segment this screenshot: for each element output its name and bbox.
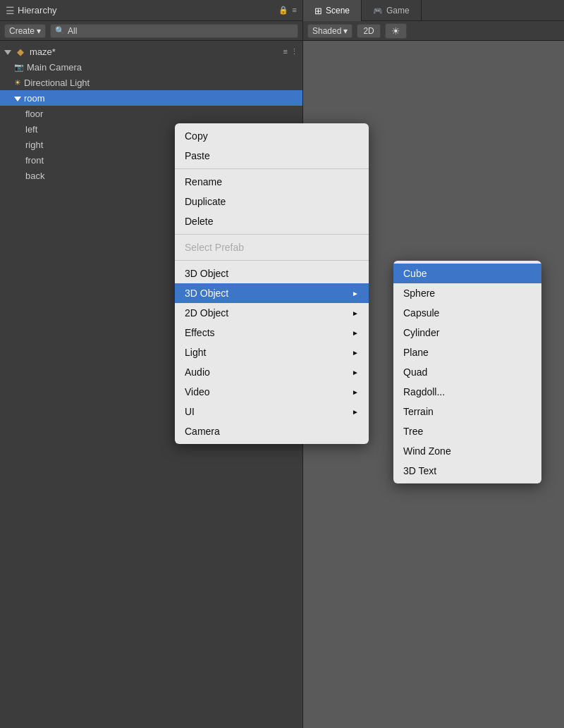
search-icon: 🔍 bbox=[55, 26, 65, 35]
search-container: 🔍 bbox=[50, 24, 298, 38]
triangle-down-icon bbox=[4, 47, 14, 57]
menu-item-plane[interactable]: Plane bbox=[393, 343, 541, 362]
menu-item-create-empty[interactable]: 3D Object bbox=[175, 264, 369, 283]
shaded-dropdown[interactable]: Shaded ▾ bbox=[307, 24, 352, 38]
menu-item-cube[interactable]: Cube bbox=[393, 264, 541, 283]
gizmos-button[interactable]: ☀ bbox=[385, 23, 407, 39]
item-label: back bbox=[25, 171, 44, 181]
menu-item-cylinder[interactable]: Cylinder bbox=[393, 323, 541, 343]
menu-item-sphere[interactable]: Sphere bbox=[393, 283, 541, 303]
shaded-arrow-icon: ▾ bbox=[343, 26, 348, 36]
menu-item-3d-text[interactable]: 3D Text bbox=[393, 461, 541, 481]
separator-1 bbox=[175, 168, 369, 169]
header-icons: 🔒 ≡ bbox=[278, 6, 297, 15]
menu-item-rename[interactable]: Rename bbox=[175, 172, 369, 192]
menu-item-terrain[interactable]: Terrain bbox=[393, 402, 541, 421]
submenu-arrow-light: ► bbox=[352, 349, 359, 357]
context-menu-sub: Cube Sphere Capsule Cylinder Plane Quad … bbox=[393, 261, 541, 483]
root-name: maze* bbox=[30, 47, 56, 57]
scene-tab[interactable]: ⊞ Scene bbox=[303, 0, 362, 21]
item-label: front bbox=[25, 155, 44, 166]
create-arrow-icon: ▾ bbox=[37, 26, 41, 36]
lock-icon: 🔒 bbox=[278, 6, 288, 15]
filter-icon: ≡ bbox=[283, 47, 288, 56]
menu-item-paste[interactable]: Paste bbox=[175, 146, 369, 166]
submenu-arrow-2d-object: ► bbox=[352, 309, 359, 317]
menu-item-light[interactable]: Light ► bbox=[175, 343, 369, 362]
hamburger-icon: ☰ bbox=[6, 5, 15, 16]
sun-icon: ☀ bbox=[391, 25, 400, 37]
hierarchy-toolbar: Create ▾ 🔍 bbox=[0, 21, 302, 41]
camera-icon: 📷 bbox=[14, 63, 24, 72]
submenu-arrow-audio: ► bbox=[352, 369, 359, 376]
game-tab[interactable]: 🎮 Game bbox=[362, 0, 422, 21]
context-menu-main: Copy Paste Rename Duplicate Delete Selec… bbox=[175, 123, 369, 444]
scene-panel-header: ⊞ Scene 🎮 Game bbox=[303, 0, 564, 21]
create-button[interactable]: Create ▾ bbox=[4, 24, 46, 38]
separator-2 bbox=[175, 234, 369, 235]
menu-item-copy[interactable]: Copy bbox=[175, 126, 369, 146]
item-label: Main Camera bbox=[27, 62, 82, 73]
menu-item-select-prefab: Select Prefab bbox=[175, 237, 369, 257]
hierarchy-header: ☰ Hierarchy 🔒 ≡ bbox=[0, 0, 302, 21]
menu-item-camera[interactable]: Camera bbox=[175, 421, 369, 441]
menu-item-effects[interactable]: Effects ► bbox=[175, 323, 369, 343]
menu-item-2d-object[interactable]: 2D Object ► bbox=[175, 303, 369, 323]
hash-icon: ⊞ bbox=[314, 6, 322, 16]
hierarchy-root[interactable]: ◆ maze* ≡ ⋮ bbox=[0, 44, 302, 59]
shaded-label: Shaded bbox=[312, 26, 341, 36]
submenu-arrow-video: ► bbox=[352, 388, 359, 396]
item-label: right bbox=[25, 140, 43, 150]
scene-tab-label: Scene bbox=[326, 6, 350, 16]
options-icon: ⋮ bbox=[290, 47, 298, 56]
submenu-arrow-ui: ► bbox=[352, 408, 359, 416]
submenu-arrow-3d-object: ► bbox=[352, 290, 359, 297]
search-input[interactable] bbox=[68, 26, 293, 36]
menu-item-video[interactable]: Video ► bbox=[175, 382, 369, 402]
tree-item-main-camera[interactable]: 📷 Main Camera bbox=[0, 59, 302, 75]
create-label: Create bbox=[9, 26, 35, 36]
tree-item-directional-light[interactable]: ☀ Directional Light bbox=[0, 75, 302, 90]
menu-item-ragdoll[interactable]: Ragdoll... bbox=[393, 382, 541, 402]
game-icon: 🎮 bbox=[373, 6, 383, 16]
item-label: floor bbox=[25, 109, 43, 119]
2d-label: 2D bbox=[363, 26, 374, 36]
separator-3 bbox=[175, 260, 369, 261]
menu-item-duplicate[interactable]: Duplicate bbox=[175, 192, 369, 211]
unity-icon: ◆ bbox=[17, 47, 24, 57]
submenu-arrow-effects: ► bbox=[352, 329, 359, 337]
item-label: Directional Light bbox=[24, 78, 90, 88]
scene-toolbar: Shaded ▾ 2D ☀ bbox=[303, 21, 564, 41]
menu-item-3d-object[interactable]: 3D Object ► bbox=[175, 283, 369, 303]
menu-item-quad[interactable]: Quad bbox=[393, 362, 541, 382]
menu-item-tree[interactable]: Tree bbox=[393, 421, 541, 441]
item-label: left bbox=[25, 124, 37, 135]
menu-item-capsule[interactable]: Capsule bbox=[393, 303, 541, 323]
game-tab-label: Game bbox=[386, 6, 410, 16]
menu-item-delete[interactable]: Delete bbox=[175, 211, 369, 231]
light-icon: ☀ bbox=[14, 78, 21, 87]
item-label: room bbox=[24, 93, 45, 104]
expand-icon bbox=[14, 93, 24, 104]
2d-button[interactable]: 2D bbox=[357, 24, 380, 38]
tree-item-floor[interactable]: floor bbox=[0, 106, 302, 121]
tree-item-room[interactable]: room bbox=[0, 90, 302, 106]
menu-icon: ≡ bbox=[293, 6, 297, 15]
root-icons: ≡ ⋮ bbox=[283, 47, 298, 56]
menu-item-wind-zone[interactable]: Wind Zone bbox=[393, 441, 541, 461]
hierarchy-title: Hierarchy bbox=[18, 5, 57, 16]
menu-item-audio[interactable]: Audio ► bbox=[175, 362, 369, 382]
menu-item-ui[interactable]: UI ► bbox=[175, 402, 369, 421]
